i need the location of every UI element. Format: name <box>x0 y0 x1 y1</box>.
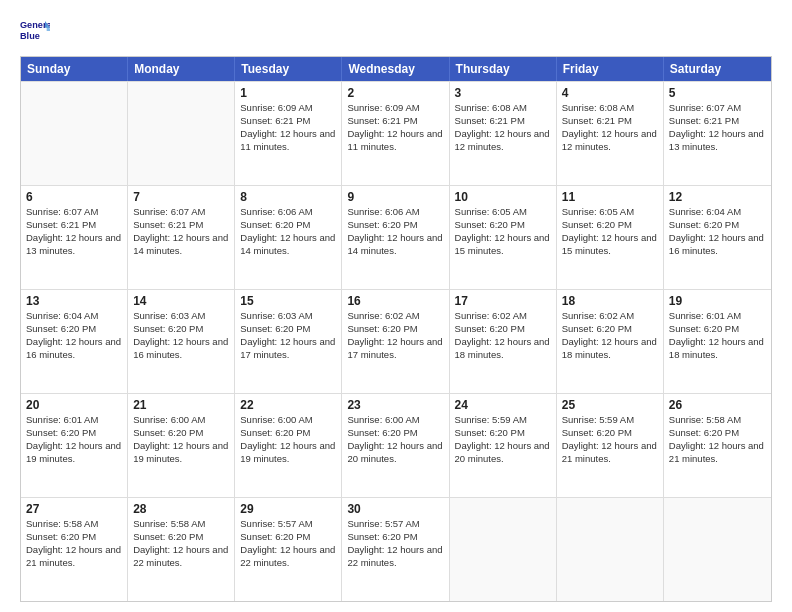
day-number: 22 <box>240 397 336 413</box>
calendar-cell-w0-d4: 3Sunrise: 6:08 AM Sunset: 6:21 PM Daylig… <box>450 82 557 185</box>
day-number: 27 <box>26 501 122 517</box>
calendar-cell-w4-d0: 27Sunrise: 5:58 AM Sunset: 6:20 PM Dayli… <box>21 498 128 601</box>
calendar-week-4: 27Sunrise: 5:58 AM Sunset: 6:20 PM Dayli… <box>21 497 771 601</box>
calendar-header-row: SundayMondayTuesdayWednesdayThursdayFrid… <box>21 57 771 81</box>
calendar-cell-w1-d0: 6Sunrise: 6:07 AM Sunset: 6:21 PM Daylig… <box>21 186 128 289</box>
day-number: 14 <box>133 293 229 309</box>
day-info: Sunrise: 6:05 AM Sunset: 6:20 PM Dayligh… <box>455 206 553 255</box>
calendar-week-3: 20Sunrise: 6:01 AM Sunset: 6:20 PM Dayli… <box>21 393 771 497</box>
day-number: 10 <box>455 189 551 205</box>
day-info: Sunrise: 6:08 AM Sunset: 6:21 PM Dayligh… <box>562 102 660 151</box>
day-info: Sunrise: 6:07 AM Sunset: 6:21 PM Dayligh… <box>26 206 124 255</box>
calendar-cell-w1-d2: 8Sunrise: 6:06 AM Sunset: 6:20 PM Daylig… <box>235 186 342 289</box>
day-info: Sunrise: 6:02 AM Sunset: 6:20 PM Dayligh… <box>562 310 660 359</box>
day-info: Sunrise: 6:06 AM Sunset: 6:20 PM Dayligh… <box>240 206 338 255</box>
day-info: Sunrise: 6:03 AM Sunset: 6:20 PM Dayligh… <box>133 310 231 359</box>
calendar-cell-w0-d1 <box>128 82 235 185</box>
day-number: 6 <box>26 189 122 205</box>
calendar-cell-w2-d1: 14Sunrise: 6:03 AM Sunset: 6:20 PM Dayli… <box>128 290 235 393</box>
day-info: Sunrise: 6:00 AM Sunset: 6:20 PM Dayligh… <box>240 414 338 463</box>
calendar-cell-w1-d3: 9Sunrise: 6:06 AM Sunset: 6:20 PM Daylig… <box>342 186 449 289</box>
day-number: 13 <box>26 293 122 309</box>
calendar-cell-w0-d6: 5Sunrise: 6:07 AM Sunset: 6:21 PM Daylig… <box>664 82 771 185</box>
day-info: Sunrise: 6:02 AM Sunset: 6:20 PM Dayligh… <box>347 310 445 359</box>
cal-header-day-0: Sunday <box>21 57 128 81</box>
calendar-week-0: 1Sunrise: 6:09 AM Sunset: 6:21 PM Daylig… <box>21 81 771 185</box>
day-info: Sunrise: 5:58 AM Sunset: 6:20 PM Dayligh… <box>133 518 231 567</box>
day-info: Sunrise: 5:58 AM Sunset: 6:20 PM Dayligh… <box>26 518 124 567</box>
day-info: Sunrise: 5:57 AM Sunset: 6:20 PM Dayligh… <box>347 518 445 567</box>
page-header: General Blue <box>20 16 772 46</box>
day-number: 18 <box>562 293 658 309</box>
calendar-cell-w2-d0: 13Sunrise: 6:04 AM Sunset: 6:20 PM Dayli… <box>21 290 128 393</box>
calendar-cell-w3-d5: 25Sunrise: 5:59 AM Sunset: 6:20 PM Dayli… <box>557 394 664 497</box>
calendar-cell-w0-d5: 4Sunrise: 6:08 AM Sunset: 6:21 PM Daylig… <box>557 82 664 185</box>
day-number: 29 <box>240 501 336 517</box>
day-number: 8 <box>240 189 336 205</box>
calendar-cell-w0-d2: 1Sunrise: 6:09 AM Sunset: 6:21 PM Daylig… <box>235 82 342 185</box>
day-number: 1 <box>240 85 336 101</box>
day-number: 9 <box>347 189 443 205</box>
day-number: 30 <box>347 501 443 517</box>
cal-header-day-5: Friday <box>557 57 664 81</box>
day-info: Sunrise: 6:09 AM Sunset: 6:21 PM Dayligh… <box>240 102 338 151</box>
logo: General Blue <box>20 16 54 46</box>
day-number: 23 <box>347 397 443 413</box>
day-number: 19 <box>669 293 766 309</box>
cal-header-day-2: Tuesday <box>235 57 342 81</box>
calendar-cell-w4-d2: 29Sunrise: 5:57 AM Sunset: 6:20 PM Dayli… <box>235 498 342 601</box>
calendar-cell-w1-d6: 12Sunrise: 6:04 AM Sunset: 6:20 PM Dayli… <box>664 186 771 289</box>
calendar-cell-w3-d6: 26Sunrise: 5:58 AM Sunset: 6:20 PM Dayli… <box>664 394 771 497</box>
day-info: Sunrise: 6:01 AM Sunset: 6:20 PM Dayligh… <box>26 414 124 463</box>
day-info: Sunrise: 5:57 AM Sunset: 6:20 PM Dayligh… <box>240 518 338 567</box>
day-info: Sunrise: 6:02 AM Sunset: 6:20 PM Dayligh… <box>455 310 553 359</box>
calendar-week-1: 6Sunrise: 6:07 AM Sunset: 6:21 PM Daylig… <box>21 185 771 289</box>
calendar-cell-w4-d5 <box>557 498 664 601</box>
day-number: 21 <box>133 397 229 413</box>
calendar-cell-w2-d6: 19Sunrise: 6:01 AM Sunset: 6:20 PM Dayli… <box>664 290 771 393</box>
day-info: Sunrise: 6:07 AM Sunset: 6:21 PM Dayligh… <box>133 206 231 255</box>
calendar-cell-w4-d3: 30Sunrise: 5:57 AM Sunset: 6:20 PM Dayli… <box>342 498 449 601</box>
calendar-cell-w1-d5: 11Sunrise: 6:05 AM Sunset: 6:20 PM Dayli… <box>557 186 664 289</box>
calendar-cell-w4-d4 <box>450 498 557 601</box>
svg-text:Blue: Blue <box>20 31 40 41</box>
day-number: 26 <box>669 397 766 413</box>
calendar-cell-w1-d1: 7Sunrise: 6:07 AM Sunset: 6:21 PM Daylig… <box>128 186 235 289</box>
cal-header-day-6: Saturday <box>664 57 771 81</box>
calendar-cell-w3-d0: 20Sunrise: 6:01 AM Sunset: 6:20 PM Dayli… <box>21 394 128 497</box>
cal-header-day-1: Monday <box>128 57 235 81</box>
calendar-cell-w3-d4: 24Sunrise: 5:59 AM Sunset: 6:20 PM Dayli… <box>450 394 557 497</box>
calendar-cell-w3-d2: 22Sunrise: 6:00 AM Sunset: 6:20 PM Dayli… <box>235 394 342 497</box>
day-number: 24 <box>455 397 551 413</box>
day-info: Sunrise: 6:09 AM Sunset: 6:21 PM Dayligh… <box>347 102 445 151</box>
day-info: Sunrise: 6:03 AM Sunset: 6:20 PM Dayligh… <box>240 310 338 359</box>
calendar-cell-w2-d5: 18Sunrise: 6:02 AM Sunset: 6:20 PM Dayli… <box>557 290 664 393</box>
day-number: 15 <box>240 293 336 309</box>
calendar-cell-w1-d4: 10Sunrise: 6:05 AM Sunset: 6:20 PM Dayli… <box>450 186 557 289</box>
day-info: Sunrise: 6:04 AM Sunset: 6:20 PM Dayligh… <box>26 310 124 359</box>
calendar-body: 1Sunrise: 6:09 AM Sunset: 6:21 PM Daylig… <box>21 81 771 601</box>
day-number: 5 <box>669 85 766 101</box>
cal-header-day-3: Wednesday <box>342 57 449 81</box>
calendar-week-2: 13Sunrise: 6:04 AM Sunset: 6:20 PM Dayli… <box>21 289 771 393</box>
day-info: Sunrise: 5:59 AM Sunset: 6:20 PM Dayligh… <box>562 414 660 463</box>
cal-header-day-4: Thursday <box>450 57 557 81</box>
day-number: 7 <box>133 189 229 205</box>
calendar-cell-w4-d6 <box>664 498 771 601</box>
logo-icon: General Blue <box>20 16 50 46</box>
day-info: Sunrise: 6:06 AM Sunset: 6:20 PM Dayligh… <box>347 206 445 255</box>
day-number: 17 <box>455 293 551 309</box>
day-number: 2 <box>347 85 443 101</box>
day-number: 4 <box>562 85 658 101</box>
day-info: Sunrise: 6:00 AM Sunset: 6:20 PM Dayligh… <box>347 414 445 463</box>
day-number: 20 <box>26 397 122 413</box>
calendar-cell-w2-d4: 17Sunrise: 6:02 AM Sunset: 6:20 PM Dayli… <box>450 290 557 393</box>
calendar-cell-w4-d1: 28Sunrise: 5:58 AM Sunset: 6:20 PM Dayli… <box>128 498 235 601</box>
day-info: Sunrise: 6:01 AM Sunset: 6:20 PM Dayligh… <box>669 310 767 359</box>
day-info: Sunrise: 6:00 AM Sunset: 6:20 PM Dayligh… <box>133 414 231 463</box>
calendar-cell-w3-d3: 23Sunrise: 6:00 AM Sunset: 6:20 PM Dayli… <box>342 394 449 497</box>
calendar-cell-w2-d2: 15Sunrise: 6:03 AM Sunset: 6:20 PM Dayli… <box>235 290 342 393</box>
calendar-cell-w0-d0 <box>21 82 128 185</box>
day-info: Sunrise: 5:59 AM Sunset: 6:20 PM Dayligh… <box>455 414 553 463</box>
day-info: Sunrise: 6:05 AM Sunset: 6:20 PM Dayligh… <box>562 206 660 255</box>
